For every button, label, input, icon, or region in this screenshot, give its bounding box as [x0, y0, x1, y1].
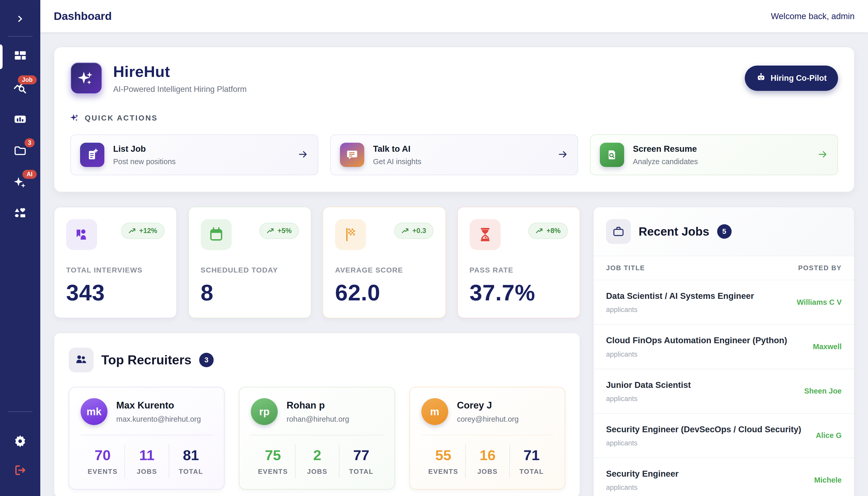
sidebar-bottom — [0, 403, 40, 480]
sidebar: Job 3 AI — [0, 0, 40, 496]
events-value: 55 — [421, 447, 465, 464]
recruiter-card: mk Max Kurento max.kurento@hirehut.org — [69, 387, 224, 490]
job-title: Data Scientist / AI Systems Engineer — [606, 291, 754, 301]
avatar: m — [421, 398, 448, 425]
job-row[interactable]: Data Scientist / AI Systems Engineer app… — [594, 280, 854, 325]
events-label: EVENTS — [421, 468, 465, 476]
trending-up-icon — [536, 227, 543, 235]
stat-top-row: +12% — [66, 219, 165, 250]
jobs-value: 16 — [466, 447, 509, 464]
jobs-label: JOBS — [296, 468, 339, 476]
recruiter-stat-events: 70 EVENTS — [80, 444, 124, 478]
stat-value: 8 — [201, 279, 299, 306]
recruiter-card: rp Rohan p rohan@hirehut.org 75 — [239, 387, 395, 490]
job-row[interactable]: Security Engineer applicants Michele — [594, 458, 854, 496]
people-icon — [69, 347, 93, 372]
stat-card-pass-rate: +8% PASS RATE 37.7% — [457, 207, 581, 318]
main-area: Dashboard Welcome back, admin HireHut AI… — [40, 0, 868, 496]
job-info: Junior Data Scientist applicants — [606, 379, 691, 403]
page-title: Dashboard — [54, 10, 112, 22]
hero-card: HireHut AI-Powered Intelligent Hiring Pl… — [54, 47, 855, 192]
recruiter-divider — [80, 435, 213, 435]
interviews-person-icon — [66, 219, 97, 250]
stat-delta-value: +12% — [139, 227, 157, 235]
hiring-copilot-button[interactable]: Hiring Co-Pilot — [745, 65, 838, 91]
recruiter-top: rp Rohan p rohan@hirehut.org — [251, 398, 383, 425]
recent-jobs-title: Recent Jobs — [639, 224, 709, 238]
recruiter-identity: Corey J corey@hirehut.org — [457, 400, 519, 423]
job-title: Cloud FinOps Automation Engineer (Python… — [606, 335, 787, 345]
settings-gear-icon — [13, 434, 27, 449]
sidebar-divider-bottom — [8, 412, 32, 412]
quick-action-title: List Job — [113, 144, 176, 154]
arrow-right-icon — [557, 149, 568, 161]
jobs-label: JOBS — [125, 468, 168, 476]
job-posted-by: Maxwell — [813, 342, 842, 351]
recruiter-top: m Corey J corey@hirehut.org — [421, 398, 553, 425]
total-value: 71 — [510, 447, 553, 464]
recruiter-stat-events: 75 EVENTS — [251, 444, 295, 478]
sidebar-item-analytics[interactable] — [0, 111, 40, 128]
sidebar-item-job-search[interactable]: Job — [0, 79, 40, 97]
job-posted-by: Sheen Joe — [804, 387, 842, 396]
avatar: mk — [80, 398, 107, 425]
dashboard-grid: +12% TOTAL INTERVIEWS 343 — [54, 207, 855, 496]
quick-action-subtitle: Get AI insights — [373, 157, 421, 166]
stat-delta-badge: +12% — [121, 223, 165, 239]
sidebar-item-settings[interactable] — [0, 433, 40, 450]
total-label: TOTAL — [169, 468, 213, 476]
quick-action-talk-to-ai[interactable]: Talk to AI Get AI insights — [330, 135, 578, 175]
jobs-value: 11 — [125, 447, 168, 464]
job-info: Security Engineer (DevSecOps / Cloud Sec… — [606, 424, 802, 447]
trending-up-icon — [129, 227, 136, 235]
recent-jobs-count-badge: 5 — [717, 224, 732, 239]
sidebar-item-ai-assistant[interactable]: AI — [0, 174, 40, 191]
arrow-right-icon — [298, 149, 309, 161]
sidebar-item-logout[interactable] — [0, 462, 40, 480]
active-route-indicator — [0, 44, 3, 69]
quick-action-texts: List Job Post new positions — [113, 144, 176, 166]
job-posted-by: Michele — [814, 476, 842, 484]
recruiter-name: Max Kurento — [116, 400, 201, 411]
recruiter-identity: Max Kurento max.kurento@hirehut.org — [116, 400, 201, 423]
job-row[interactable]: Security Engineer (DevSecOps / Cloud Sec… — [594, 414, 854, 458]
left-column: +12% TOTAL INTERVIEWS 343 — [54, 207, 580, 496]
quick-action-list-job[interactable]: List Job Post new positions — [70, 135, 318, 175]
sidebar-item-dashboard[interactable] — [0, 48, 40, 65]
chevron-right-icon — [16, 14, 25, 24]
job-applicants: applicants — [606, 351, 787, 358]
stat-card-scheduled-today: +5% SCHEDULED TODAY 8 — [188, 207, 312, 318]
stat-top-row: +5% — [201, 219, 299, 250]
job-title: Junior Data Scientist — [606, 379, 691, 390]
job-row[interactable]: Junior Data Scientist applicants Sheen J… — [594, 369, 854, 414]
recruiter-stat-total: 77 TOTAL — [339, 444, 383, 478]
recruiter-stat-events: 55 EVENTS — [421, 444, 465, 478]
brand-name: HireHut — [113, 63, 247, 80]
briefcase-icon — [606, 219, 631, 244]
stat-delta-value: +0.3 — [412, 227, 426, 235]
recruiter-stats: 55 EVENTS 16 JOBS 71 TOT — [421, 444, 553, 478]
robot-icon — [756, 72, 766, 84]
document-plus-icon — [80, 143, 104, 167]
recruiters-count-badge: 3 — [199, 353, 214, 367]
stats-row: +12% TOTAL INTERVIEWS 343 — [54, 207, 580, 318]
sidebar-item-jobs[interactable]: 3 — [0, 142, 40, 160]
content-scroll-area: HireHut AI-Powered Intelligent Hiring Pl… — [40, 32, 868, 496]
logout-icon — [13, 464, 27, 478]
quick-action-subtitle: Analyze candidates — [633, 157, 698, 166]
top-recruiters-panel: Top Recruiters 3 mk Max Kurento max.kure… — [54, 332, 580, 496]
quick-action-screen-resume[interactable]: Screen Resume Analyze candidates — [590, 135, 838, 175]
job-row[interactable]: Cloud FinOps Automation Engineer (Python… — [594, 325, 854, 369]
stat-card-average-score: +0.3 AVERAGE SCORE 62.0 — [323, 207, 446, 318]
stat-value: 343 — [66, 279, 165, 306]
job-badge: Job — [18, 75, 37, 84]
stat-top-row: +0.3 — [335, 219, 433, 250]
recruiter-email: rohan@hirehut.org — [286, 415, 349, 423]
recruiter-email: max.kurento@hirehut.org — [116, 415, 201, 423]
sidebar-item-categories[interactable] — [0, 205, 40, 223]
job-title: Security Engineer (DevSecOps / Cloud Sec… — [606, 424, 802, 435]
sidebar-expand-button[interactable] — [12, 11, 28, 27]
quick-action-title: Screen Resume — [633, 144, 698, 154]
sidebar-nav: Job 3 AI — [0, 48, 40, 223]
job-info: Security Engineer applicants — [606, 468, 679, 492]
